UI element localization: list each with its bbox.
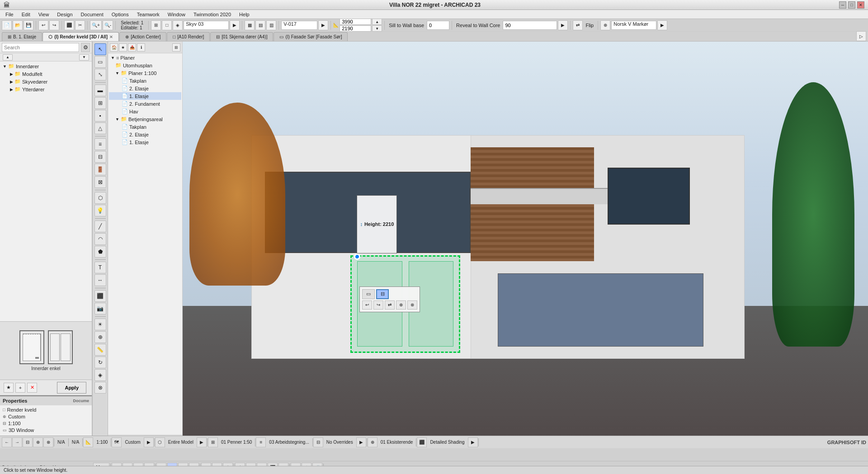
nav-item-2fundament[interactable]: 📄 2. Fundament	[109, 100, 181, 108]
apply-button[interactable]: Apply	[57, 382, 86, 394]
search-settings-btn[interactable]: ⚙	[81, 43, 90, 52]
dim2-input[interactable]	[340, 25, 371, 32]
menu-teamwork[interactable]: Teamwork	[133, 11, 163, 18]
view-3d-btn[interactable]: □	[162, 20, 172, 30]
nav-item-2etasje[interactable]: 📄 2. Etasje	[109, 84, 181, 92]
nav-pub-btn[interactable]: 📤	[128, 43, 136, 52]
maximize-button[interactable]: □	[848, 1, 855, 9]
view-name-input[interactable]: Skyv 03	[184, 21, 229, 30]
sb-model-icon[interactable]: ⬡	[155, 437, 165, 447]
tool-measure[interactable]: 📏	[94, 344, 106, 356]
tool-extra2[interactable]: ⊗	[94, 382, 106, 394]
sb-custom-nav[interactable]: ▶	[144, 437, 154, 447]
add-btn[interactable]: +	[15, 383, 25, 393]
tab-fasade-sor[interactable]: ▭ (I) Fasade Sør [Fasade Sør]	[274, 32, 348, 41]
sb-scale-icon[interactable]: 📐	[83, 437, 93, 447]
search-input[interactable]	[2, 43, 79, 52]
tool-sun[interactable]: ☀	[94, 319, 106, 330]
tool-object[interactable]: ⬡	[94, 192, 106, 204]
tb-new[interactable]: 📄	[2, 20, 12, 30]
tb-3d[interactable]: ⬛	[64, 20, 74, 30]
tree-scroll-up[interactable]: ▲	[3, 54, 13, 61]
nav-item-1etasje[interactable]: 📄 1. Etasje	[109, 92, 181, 100]
view-plan-btn[interactable]: ▦	[245, 20, 255, 30]
door-type-double-btn[interactable]: ⊟	[376, 289, 389, 299]
marker-nav-btn[interactable]: ▶	[657, 20, 667, 30]
marker-input[interactable]: Norsk V Markør	[611, 21, 656, 30]
nav-item-planer100[interactable]: ▼ 📁 Planer 1:100	[109, 69, 181, 77]
view-elev-btn[interactable]: ▤	[255, 20, 265, 30]
sb-nav-back[interactable]: ←	[2, 437, 12, 447]
sb-nav-fwd[interactable]: →	[12, 437, 22, 447]
tab-a10-render[interactable]: □ [A10 Render]	[167, 32, 210, 41]
tb-redo[interactable]: ↪	[49, 20, 59, 30]
sb-shading-nav[interactable]: ▶	[468, 437, 478, 447]
nav-expand-btn[interactable]: ⊞	[172, 43, 180, 52]
view-axon-btn[interactable]: ◈	[173, 20, 183, 30]
tb-undo[interactable]: ↩	[38, 20, 48, 30]
sb-map-icon[interactable]: 🗺	[112, 437, 122, 447]
nav-item-takplan2[interactable]: 📄 Takplan	[109, 123, 181, 131]
tb-section[interactable]: ✂	[75, 20, 85, 30]
tool-stair[interactable]: ≡	[94, 138, 106, 150]
document-tab[interactable]: Docume	[73, 399, 89, 403]
tb-zoom-out[interactable]: 🔍-	[103, 20, 113, 30]
menu-view[interactable]: View	[35, 11, 53, 18]
menu-window[interactable]: Window	[164, 11, 189, 18]
door-action-2[interactable]: ↪	[373, 300, 383, 310]
sb-layer-icon[interactable]: ⊞	[208, 437, 218, 447]
tool-window[interactable]: ⊠	[94, 176, 106, 188]
reveal-nav-btn[interactable]: ▶	[558, 20, 568, 30]
code-nav-btn[interactable]: ▶	[318, 20, 328, 30]
door-action-1[interactable]: ↩	[362, 300, 372, 310]
sb-override-nav[interactable]: ▶	[356, 437, 366, 447]
view-nav-btn[interactable]: ▶	[230, 20, 240, 30]
tab-b1etasje[interactable]: ⊞ B. 1. Etasje	[2, 32, 42, 41]
tool-curtain[interactable]: ⊟	[94, 151, 106, 163]
menu-design[interactable]: Design	[53, 11, 76, 18]
nav-item-utomhus[interactable]: 📁 Utomhusplan	[109, 61, 181, 69]
tb-open[interactable]: 📂	[13, 20, 23, 30]
fav-btn[interactable]: ★	[4, 383, 14, 393]
tool-wall[interactable]: ▬	[94, 84, 106, 96]
delete-btn[interactable]: ✕	[27, 383, 37, 393]
sb-zoom-prev[interactable]: ⊟	[23, 437, 33, 447]
menu-file[interactable]: File	[2, 11, 17, 18]
tree-item-skyvedorer[interactable]: ▶ 📁 Skyvedører	[1, 78, 91, 85]
tool-slab[interactable]: ▪	[94, 110, 106, 122]
sill-input[interactable]	[427, 21, 449, 30]
tool-line[interactable]: ╱	[94, 221, 106, 232]
tool-text[interactable]: T	[94, 262, 106, 273]
menu-help[interactable]: Help	[236, 11, 253, 18]
dim1-down[interactable]: ▼	[372, 25, 382, 32]
sb-model-nav[interactable]: ▶	[197, 437, 207, 447]
door-action-3[interactable]: ⇄	[385, 300, 395, 310]
tool-marquee[interactable]: ▭	[94, 56, 106, 68]
mirror-x-btn[interactable]: ⇄	[573, 20, 583, 30]
nav-item-planer[interactable]: ▼ ≡ Planer	[109, 54, 181, 61]
code-input[interactable]: V-017	[281, 21, 317, 30]
tab-more-btn[interactable]: ▷	[856, 31, 866, 41]
tool-stretch[interactable]: ⤡	[94, 69, 106, 80]
tool-roof[interactable]: △	[94, 122, 106, 134]
tree-item-ytterdorer[interactable]: ▶ 📁 Ytterdører	[1, 85, 91, 93]
view-section-btn[interactable]: ▥	[266, 20, 276, 30]
nav-item-1etasje2[interactable]: 📄 1. Etasje	[109, 138, 181, 146]
tool-arc[interactable]: ◠	[94, 233, 106, 245]
tool-poly[interactable]: ⬟	[94, 246, 106, 258]
tb-save[interactable]: 💾	[24, 20, 33, 30]
menu-document[interactable]: Document	[77, 11, 107, 18]
menu-edit[interactable]: Edit	[18, 11, 34, 18]
tb-zoom-in[interactable]: 🔍+	[90, 20, 102, 30]
sb-zoom-100[interactable]: ⊕	[33, 437, 43, 447]
nav-fav-btn[interactable]: ★	[119, 43, 127, 52]
tool-lamp[interactable]: 💡	[94, 205, 106, 216]
tool-arrow[interactable]: ↖	[94, 43, 106, 55]
tool-rotate[interactable]: ↻	[94, 357, 106, 368]
door-type-single-btn[interactable]: ▭	[362, 289, 375, 299]
viewport-3d[interactable]: ↕ Height: 2210 ▭ ⊟ ↩ ↪ ⇄ ⊕ ⊗	[183, 42, 868, 448]
reveal-input[interactable]	[503, 21, 557, 30]
view-type-btn[interactable]: ⊞	[151, 20, 161, 30]
close-button[interactable]: ✕	[857, 1, 864, 9]
tool-extra1[interactable]: ◈	[94, 369, 106, 381]
